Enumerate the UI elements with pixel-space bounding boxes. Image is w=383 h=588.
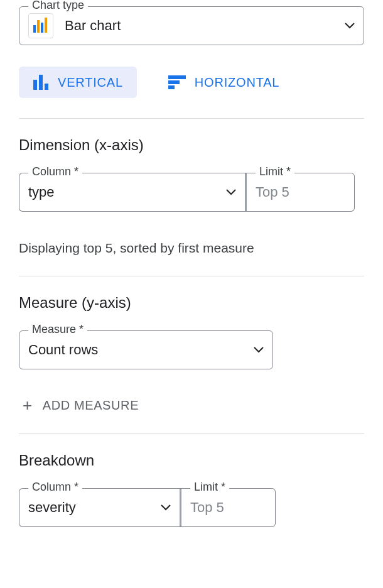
breakdown-limit-value: Top 5 bbox=[190, 499, 266, 516]
dimension-section-title: Dimension (x-axis) bbox=[19, 136, 364, 154]
measure-select[interactable]: Measure * Count rows bbox=[19, 330, 273, 369]
divider bbox=[19, 276, 364, 276]
dimension-column-legend: Column * bbox=[28, 166, 82, 177]
horizontal-bars-icon bbox=[168, 75, 186, 89]
orientation-horizontal-button[interactable]: HORIZONTAL bbox=[154, 67, 293, 98]
breakdown-column-legend: Column * bbox=[28, 481, 82, 493]
breakdown-limit-legend: Limit * bbox=[190, 481, 229, 493]
svg-rect-6 bbox=[45, 84, 48, 90]
chart-type-value: Bar chart bbox=[65, 18, 345, 34]
measure-value: Count rows bbox=[28, 342, 254, 358]
dropdown-caret-icon bbox=[345, 23, 355, 29]
dimension-limit-value: Top 5 bbox=[256, 184, 345, 200]
orientation-horizontal-label: HORIZONTAL bbox=[195, 75, 279, 90]
orientation-toggle-group: VERTICAL HORIZONTAL bbox=[19, 67, 364, 98]
dimension-fields-row: Column * type Limit * Top 5 bbox=[19, 173, 364, 212]
svg-rect-5 bbox=[39, 75, 43, 90]
breakdown-section-title: Breakdown bbox=[19, 452, 364, 469]
measure-legend: Measure * bbox=[28, 324, 87, 335]
svg-rect-7 bbox=[168, 75, 186, 79]
add-measure-button[interactable]: + ADD MEASURE bbox=[19, 397, 364, 413]
plus-icon: + bbox=[23, 397, 33, 413]
svg-rect-3 bbox=[45, 18, 47, 33]
bar-chart-icon bbox=[28, 13, 53, 38]
dropdown-caret-icon bbox=[161, 504, 171, 511]
svg-rect-2 bbox=[41, 23, 43, 33]
divider bbox=[19, 118, 364, 119]
chart-type-select[interactable]: Chart type Bar chart bbox=[19, 6, 364, 45]
svg-rect-9 bbox=[168, 85, 175, 89]
dropdown-caret-icon bbox=[254, 347, 264, 353]
svg-rect-8 bbox=[168, 80, 180, 84]
dimension-limit-field[interactable]: Limit * Top 5 bbox=[247, 173, 355, 212]
divider bbox=[19, 433, 364, 434]
chart-type-legend: Chart type bbox=[28, 0, 88, 11]
breakdown-fields-row: Column * severity Limit * Top 5 bbox=[19, 488, 364, 527]
breakdown-column-value: severity bbox=[28, 499, 161, 516]
dropdown-caret-icon bbox=[226, 189, 236, 195]
breakdown-limit-field[interactable]: Limit * Top 5 bbox=[181, 488, 276, 527]
dimension-limit-legend: Limit * bbox=[256, 166, 294, 177]
breakdown-column-select[interactable]: Column * severity bbox=[19, 488, 180, 527]
measure-section-title: Measure (y-axis) bbox=[19, 294, 364, 312]
orientation-vertical-label: VERTICAL bbox=[58, 75, 123, 90]
add-measure-label: ADD MEASURE bbox=[43, 398, 139, 413]
vertical-bars-icon bbox=[33, 75, 49, 90]
dimension-column-value: type bbox=[28, 184, 226, 200]
dimension-helper-text: Displaying top 5, sorted by first measur… bbox=[19, 241, 364, 256]
svg-rect-0 bbox=[33, 25, 36, 33]
orientation-vertical-button[interactable]: VERTICAL bbox=[19, 67, 137, 98]
svg-rect-4 bbox=[33, 80, 37, 90]
svg-rect-1 bbox=[37, 20, 40, 33]
dimension-column-select[interactable]: Column * type bbox=[19, 173, 245, 212]
